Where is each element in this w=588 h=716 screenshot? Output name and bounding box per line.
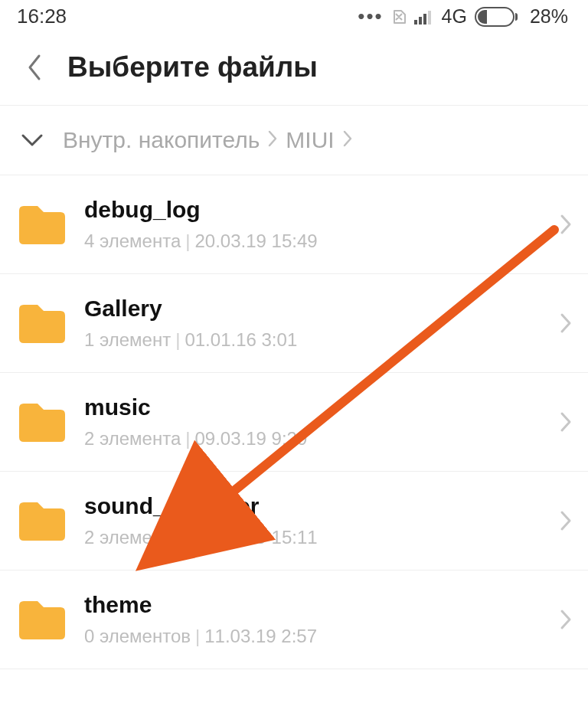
- folder-name: debug_log: [84, 197, 536, 223]
- sim-icon: [391, 9, 407, 25]
- folder-info: sound_recorder 2 элемента|27.11.19 15:11: [84, 493, 536, 548]
- folder-info: music 2 элемента|09.03.19 9:29: [84, 394, 536, 450]
- back-button[interactable]: [18, 53, 49, 82]
- status-indicators: ••• 4G 28%: [358, 5, 568, 28]
- folder-meta: 4 элемента|20.03.19 15:49: [84, 230, 536, 252]
- folder-icon: [17, 499, 66, 542]
- breadcrumb-item[interactable]: Внутр. накопитель: [63, 127, 260, 153]
- folder-icon: [17, 598, 66, 641]
- folder-row-sound-recorder[interactable]: sound_recorder 2 элемента|27.11.19 15:11: [0, 472, 588, 571]
- svg-rect-1: [419, 17, 422, 25]
- expand-button[interactable]: [17, 132, 47, 148]
- folder-meta: 1 элемент|01.01.16 3:01: [84, 329, 536, 351]
- chevron-right-icon: [554, 214, 577, 235]
- folder-icon: [17, 401, 66, 443]
- battery-percent: 28%: [530, 5, 568, 28]
- app-header: Выберите файлы: [0, 33, 588, 106]
- chevron-right-icon: [554, 312, 577, 334]
- chevron-right-icon: [554, 510, 577, 531]
- folder-name: music: [84, 394, 536, 420]
- folder-name: sound_recorder: [84, 493, 536, 519]
- folder-info: Gallery 1 элемент|01.01.16 3:01: [84, 296, 536, 351]
- folder-meta: 2 элемента|09.03.19 9:29: [84, 428, 536, 450]
- network-type: 4G: [442, 5, 467, 28]
- signal-icon: [414, 9, 434, 25]
- chevron-left-icon: [25, 53, 42, 82]
- battery-icon: [475, 7, 518, 27]
- chevron-right-icon: [267, 127, 278, 153]
- folder-row-theme[interactable]: theme 0 элементов|11.03.19 2:57: [0, 571, 588, 669]
- folder-meta: 0 элементов|11.03.19 2:57: [84, 626, 536, 647]
- chevron-right-icon: [342, 127, 353, 153]
- breadcrumb-row[interactable]: Внутр. накопитель MIUI: [0, 106, 588, 175]
- folder-name: Gallery: [84, 296, 536, 322]
- more-dots-icon: •••: [358, 5, 383, 28]
- folder-info: theme 0 элементов|11.03.19 2:57: [84, 592, 536, 647]
- folder-row-gallery[interactable]: Gallery 1 элемент|01.01.16 3:01: [0, 274, 588, 373]
- svg-rect-3: [428, 11, 431, 25]
- folder-row-debug-log[interactable]: debug_log 4 элемента|20.03.19 15:49: [0, 175, 588, 274]
- chevron-down-icon: [20, 132, 44, 148]
- folder-icon: [17, 302, 66, 345]
- breadcrumb-item[interactable]: MIUI: [286, 127, 334, 153]
- page-title: Выберите файлы: [67, 51, 318, 83]
- folder-row-music[interactable]: music 2 элемента|09.03.19 9:29: [0, 373, 588, 472]
- folder-list: debug_log 4 элемента|20.03.19 15:49 Gall…: [0, 175, 588, 669]
- chevron-right-icon: [554, 609, 577, 630]
- folder-meta: 2 элемента|27.11.19 15:11: [84, 527, 536, 548]
- svg-rect-2: [423, 14, 426, 25]
- folder-icon: [17, 203, 66, 246]
- status-bar: 16:28 ••• 4G 28%: [0, 0, 588, 33]
- chevron-right-icon: [554, 411, 577, 433]
- breadcrumb[interactable]: Внутр. накопитель MIUI: [63, 127, 353, 153]
- folder-info: debug_log 4 элемента|20.03.19 15:49: [84, 197, 536, 252]
- folder-name: theme: [84, 592, 536, 618]
- svg-rect-0: [414, 20, 417, 25]
- status-time: 16:28: [17, 5, 67, 28]
